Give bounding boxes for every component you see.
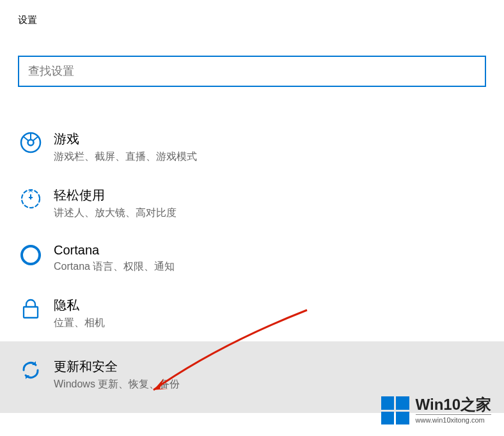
- svg-rect-6: [24, 307, 38, 318]
- window-header: 设置: [0, 0, 504, 33]
- search-input[interactable]: [18, 56, 486, 87]
- svg-point-1: [28, 140, 34, 146]
- search-container: [0, 56, 504, 87]
- gaming-icon: [18, 132, 43, 153]
- settings-item-ease-of-access[interactable]: 轻松使用 讲述人、放大镜、高对比度: [0, 175, 504, 231]
- item-title: 轻松使用: [54, 187, 177, 204]
- item-title: 游戏: [54, 130, 197, 148]
- windows-logo-icon: [381, 396, 409, 424]
- settings-item-cortana[interactable]: Cortana Cortana 语言、权限、通知: [0, 231, 504, 285]
- item-title: 更新和安全: [54, 358, 180, 375]
- settings-list: 游戏 游戏栏、截屏、直播、游戏模式 轻松使用 讲述人、放大镜、高对比度 Cort…: [0, 119, 504, 413]
- watermark: Win10之家 www.win10xitong.com: [381, 396, 491, 424]
- settings-item-gaming[interactable]: 游戏 游戏栏、截屏、直播、游戏模式: [0, 119, 504, 175]
- item-subtitle: Cortana 语言、权限、通知: [54, 260, 175, 274]
- item-subtitle: Windows 更新、恢复、备份: [54, 378, 180, 391]
- cortana-icon: [18, 244, 43, 266]
- page-title: 设置: [18, 14, 486, 26]
- item-subtitle: 游戏栏、截屏、直播、游戏模式: [54, 150, 197, 164]
- update-icon: [18, 359, 43, 381]
- item-subtitle: 位置、相机: [54, 316, 105, 330]
- settings-item-privacy[interactable]: 隐私 位置、相机: [0, 285, 504, 341]
- item-title: 隐私: [54, 297, 105, 314]
- svg-point-5: [22, 246, 40, 264]
- lock-icon: [18, 298, 43, 320]
- item-subtitle: 讲述人、放大镜、高对比度: [54, 206, 177, 220]
- watermark-title: Win10之家: [416, 397, 491, 412]
- item-title: Cortana: [54, 243, 175, 258]
- watermark-url: www.win10xitong.com: [416, 414, 491, 424]
- ease-of-access-icon: [18, 188, 43, 210]
